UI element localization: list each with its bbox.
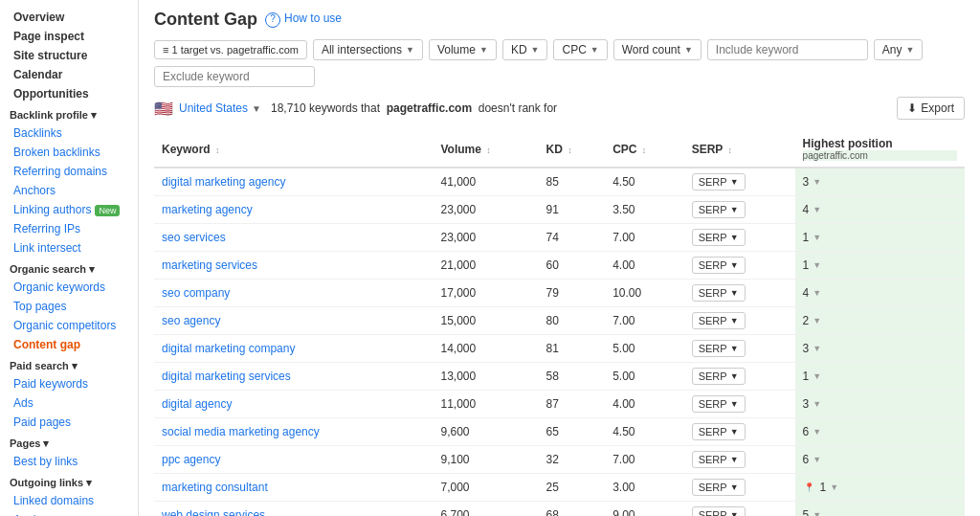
table-row: seo agency15,000807.00SERP ▼2▼	[154, 307, 965, 335]
serp-button[interactable]: SERP ▼	[692, 173, 746, 191]
sidebar-item-calendar[interactable]: Calendar	[0, 65, 138, 84]
keyword-cell[interactable]: digital agency	[154, 391, 433, 418]
keyword-cell[interactable]: digital marketing company	[154, 335, 433, 363]
filter-bar: ≡ 1 target vs. pagetraffic.com All inter…	[154, 39, 965, 87]
sidebar-section-paid-search[interactable]: Paid search ▾	[0, 354, 138, 374]
any-label: Any	[882, 43, 902, 56]
table-row: seo company17,0007910.00SERP ▼4▼	[154, 280, 965, 307]
serp-cell[interactable]: SERP ▼	[684, 280, 795, 307]
country-name[interactable]: United States	[179, 101, 248, 115]
target-filter-btn[interactable]: ≡ 1 target vs. pagetraffic.com	[154, 40, 307, 59]
exclude-keyword-input[interactable]	[154, 66, 315, 87]
volume-filter-btn[interactable]: Volume ▼	[429, 39, 497, 60]
sidebar-section-outgoing-links[interactable]: Outgoing links ▾	[0, 471, 138, 491]
keyword-cell[interactable]: social media marketing agency	[154, 418, 433, 446]
serp-button[interactable]: SERP ▼	[692, 451, 746, 468]
serp-button[interactable]: SERP ▼	[692, 506, 746, 516]
serp-cell[interactable]: SERP ▼	[684, 224, 795, 252]
sidebar-section-backlink-profile[interactable]: Backlink profile ▾	[0, 103, 138, 123]
keyword-cell[interactable]: seo services	[154, 224, 433, 252]
keyword-cell[interactable]: digital marketing services	[154, 363, 433, 391]
sidebar-item-linked-domains[interactable]: Linked domains	[0, 491, 138, 510]
sidebar-item-referring-ips[interactable]: Referring IPs	[0, 219, 138, 238]
sidebar-item-referring-domains[interactable]: Referring domains	[0, 162, 138, 181]
position-cell: 1▼	[795, 224, 965, 252]
position-cell: 4▼	[795, 196, 965, 224]
position-cell: 3▼	[795, 335, 965, 363]
serp-button[interactable]: SERP ▼	[692, 257, 746, 274]
any-filter-btn[interactable]: Any ▼	[874, 39, 924, 60]
sidebar-item-overview[interactable]: Overview	[0, 8, 138, 27]
serp-button[interactable]: SERP ▼	[692, 479, 746, 496]
serp-button[interactable]: SERP ▼	[692, 201, 746, 218]
sidebar-item-ads[interactable]: Ads	[0, 393, 138, 413]
keyword-cell[interactable]: digital marketing agency	[154, 168, 433, 196]
kd-cell: 87	[539, 391, 606, 418]
sidebar-item-site-structure[interactable]: Site structure	[0, 46, 138, 65]
position-number: 3	[803, 175, 810, 189]
serp-button[interactable]: SERP ▼	[692, 395, 746, 413]
serp-cell[interactable]: SERP ▼	[684, 502, 795, 517]
col-header-keyword[interactable]: Keyword ↕	[154, 131, 433, 168]
serp-cell[interactable]: SERP ▼	[684, 418, 795, 446]
volume-cell: 9,600	[433, 418, 538, 446]
how-to-use-link[interactable]: How to use	[265, 11, 342, 28]
sidebar-section-organic-search[interactable]: Organic search ▾	[0, 258, 138, 278]
col-header-kd[interactable]: KD ↕	[539, 131, 606, 168]
sidebar-item-organic-keywords[interactable]: Organic keywords	[0, 278, 138, 297]
sidebar-item-organic-competitors[interactable]: Organic competitors	[0, 316, 138, 335]
sidebar-item-paid-pages[interactable]: Paid pages	[0, 413, 138, 432]
col-header-volume[interactable]: Volume ↕	[433, 131, 538, 168]
sidebar-item-link-intersect[interactable]: Link intersect	[0, 238, 138, 258]
serp-button[interactable]: SERP ▼	[692, 284, 746, 302]
keyword-cell[interactable]: ppc agency	[154, 446, 433, 474]
keyword-cell[interactable]: marketing agency	[154, 196, 433, 224]
kd-filter-btn[interactable]: KD ▼	[502, 39, 548, 60]
position-number: 4	[803, 203, 810, 216]
sidebar-item-paid-keywords[interactable]: Paid keywords	[0, 374, 138, 393]
serp-cell[interactable]: SERP ▼	[684, 307, 795, 335]
keyword-cell[interactable]: marketing consultant	[154, 474, 433, 502]
serp-button[interactable]: SERP ▼	[692, 312, 746, 329]
serp-cell[interactable]: SERP ▼	[684, 363, 795, 391]
col-header-highest-position[interactable]: Highest position pagetraffic.com	[795, 131, 965, 168]
serp-cell[interactable]: SERP ▼	[684, 391, 795, 418]
serp-cell[interactable]: SERP ▼	[684, 335, 795, 363]
export-button[interactable]: ⬇ Export	[897, 97, 965, 120]
serp-button[interactable]: SERP ▼	[692, 368, 746, 385]
col-header-cpc[interactable]: CPC ↕	[605, 131, 684, 168]
sidebar-item-top-pages[interactable]: Top pages	[0, 297, 138, 316]
word-count-filter-btn[interactable]: Word count ▼	[613, 39, 702, 60]
sidebar-item-page-inspect[interactable]: Page inspect	[0, 27, 138, 46]
serp-cell[interactable]: SERP ▼	[684, 168, 795, 196]
serp-cell[interactable]: SERP ▼	[684, 446, 795, 474]
keyword-cell[interactable]: seo agency	[154, 307, 433, 335]
position-cell: 6▼	[795, 446, 965, 474]
cpc-filter-btn[interactable]: CPC ▼	[553, 39, 607, 60]
chevron-down-icon: ▼	[813, 510, 821, 516]
serp-button[interactable]: SERP ▼	[692, 340, 746, 357]
sidebar-item-broken-backlinks[interactable]: Broken backlinks	[0, 143, 138, 162]
serp-cell[interactable]: SERP ▼	[684, 474, 795, 502]
chevron-down-icon: ▼	[813, 205, 821, 214]
kd-cell: 65	[539, 418, 606, 446]
col-header-serp[interactable]: SERP ↕	[684, 131, 795, 168]
include-keyword-input[interactable]	[707, 39, 868, 60]
intersections-filter-btn[interactable]: All intersections ▼	[313, 39, 423, 60]
sidebar-item-best-by-links[interactable]: Best by links	[0, 452, 138, 471]
keyword-cell[interactable]: seo company	[154, 280, 433, 307]
sidebar-item-anchors-out[interactable]: Anchors	[0, 510, 138, 516]
sidebar-item-anchors[interactable]: Anchors	[0, 181, 138, 200]
sidebar-section-pages[interactable]: Pages ▾	[0, 432, 138, 452]
sidebar-item-backlinks[interactable]: Backlinks	[0, 123, 138, 143]
serp-cell[interactable]: SERP ▼	[684, 252, 795, 280]
sidebar-item-linking-authors[interactable]: Linking authorsNew	[0, 200, 138, 219]
position-cell: 6▼	[795, 418, 965, 446]
sidebar-item-content-gap[interactable]: Content gap	[0, 335, 138, 354]
keyword-cell[interactable]: web design services	[154, 502, 433, 517]
keyword-cell[interactable]: marketing services	[154, 252, 433, 280]
serp-button[interactable]: SERP ▼	[692, 229, 746, 246]
serp-cell[interactable]: SERP ▼	[684, 196, 795, 224]
sidebar-item-opportunities[interactable]: Opportunities	[0, 84, 138, 103]
serp-button[interactable]: SERP ▼	[692, 423, 746, 440]
